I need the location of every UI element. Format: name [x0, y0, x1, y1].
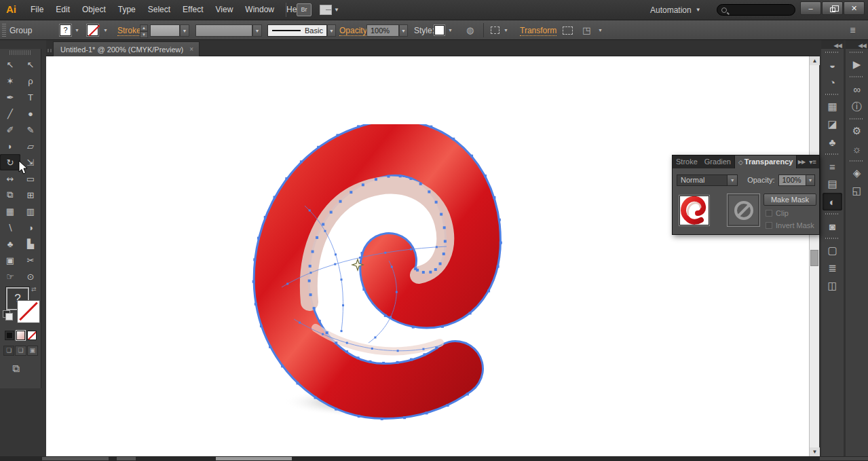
dock-panel-button[interactable]: ▶: [846, 56, 868, 73]
dock-panel-button[interactable]: ≣: [821, 259, 844, 277]
select-similar-icon[interactable]: [491, 26, 499, 34]
dock-panel-button[interactable]: ◒: [821, 56, 844, 73]
scroll-up-icon[interactable]: ▲: [810, 56, 820, 65]
tool-button[interactable]: ⧉: [0, 187, 20, 203]
menu-item[interactable]: Edit: [50, 0, 76, 20]
dock-grip[interactable]: [825, 50, 839, 55]
color-button[interactable]: [5, 331, 14, 340]
scroll-down-icon[interactable]: ▼: [810, 447, 820, 456]
dock-panel-button[interactable]: ◔: [821, 73, 844, 91]
menu-item[interactable]: File: [24, 0, 50, 20]
menu-item[interactable]: Object: [76, 0, 112, 20]
dock-panel-button[interactable]: [825, 151, 839, 157]
panel-tab[interactable]: Transparency: [734, 155, 797, 168]
dock-panel-button[interactable]: ⚙: [846, 122, 868, 140]
width-profile-field[interactable]: [195, 24, 252, 37]
dock-panel-button[interactable]: ⓘ: [846, 98, 868, 115]
dock-panel-button[interactable]: ☼: [846, 140, 868, 158]
vertical-scroll-thumb[interactable]: [810, 250, 818, 266]
tool-button[interactable]: ρ: [20, 73, 41, 89]
opacity-link[interactable]: Opacity:: [339, 26, 369, 36]
brush-definition-field[interactable]: Basic: [267, 24, 327, 37]
dock-panel-button[interactable]: [825, 92, 839, 97]
tool-button[interactable]: ▱: [20, 138, 41, 154]
dock-panel-button[interactable]: ◪: [821, 115, 844, 133]
collapse-dock-icon[interactable]: ◀◀: [858, 42, 866, 49]
dock-panel-button[interactable]: ◐: [823, 193, 842, 210]
collapse-panel-icon[interactable]: ▶▶: [798, 159, 805, 165]
clip-checkbox[interactable]: Clip: [766, 209, 789, 217]
tool-button[interactable]: ↻: [0, 154, 20, 170]
stroke-weight-field[interactable]: [150, 24, 180, 37]
panel-opacity-dropdown-icon[interactable]: ▼: [806, 174, 815, 186]
search-input[interactable]: [717, 4, 795, 16]
tool-button[interactable]: ✐: [0, 122, 20, 138]
dock-panel-button[interactable]: [850, 116, 864, 122]
tool-button[interactable]: ↭: [0, 170, 20, 187]
control-bar-grip[interactable]: [2, 24, 6, 37]
panel-tab[interactable]: Gradien: [701, 155, 734, 168]
artboard-canvas[interactable]: [46, 56, 809, 456]
document-tab[interactable]: Untitled-1* @ 200% (CMYK/Preview) ×: [53, 41, 200, 56]
isolate-mode-dropdown[interactable]: ▼: [596, 27, 605, 34]
draw-normal-icon[interactable]: ❏: [3, 346, 14, 356]
object-thumbnail[interactable]: [679, 196, 709, 225]
default-fill-stroke-icon[interactable]: [3, 310, 10, 318]
invert-mask-checkbox[interactable]: Invert Mask: [766, 221, 814, 229]
dock-panel-button[interactable]: ▤: [821, 175, 844, 193]
none-button[interactable]: [27, 331, 37, 340]
dock-panel-button[interactable]: ▢: [821, 242, 844, 259]
tool-button[interactable]: ∖: [0, 219, 20, 236]
screen-mode-icon[interactable]: ⧉: [12, 363, 41, 375]
toolbox-grip[interactable]: [10, 50, 31, 55]
blend-mode-select[interactable]: Normal: [677, 174, 728, 186]
tool-button[interactable]: ✶: [0, 73, 20, 89]
close-button[interactable]: ✕: [844, 1, 865, 15]
tool-button[interactable]: ▙: [20, 236, 41, 252]
zoom-field[interactable]: [42, 457, 109, 460]
width-profile-dropdown[interactable]: ▼: [252, 24, 262, 37]
artwork-e-logo[interactable]: [240, 124, 525, 456]
opacity-dropdown[interactable]: ▼: [399, 24, 408, 37]
tool-button[interactable]: T: [20, 89, 41, 105]
dock-panel-button[interactable]: [850, 74, 864, 79]
tool-button[interactable]: ⇲: [20, 154, 41, 170]
menu-item[interactable]: Effect: [176, 0, 209, 20]
dock-panel-button[interactable]: ◙: [821, 217, 844, 235]
tool-button[interactable]: ✒: [0, 89, 20, 105]
step-up-icon[interactable]: ▲: [140, 24, 148, 31]
dock-panel-button[interactable]: [850, 158, 864, 164]
fill-color-swatch[interactable]: ?: [60, 24, 71, 36]
tool-button[interactable]: ☞: [0, 268, 20, 284]
panel-opacity-field[interactable]: 100%: [778, 174, 807, 186]
stroke-weight-dropdown[interactable]: ▼: [180, 24, 189, 37]
opacity-field[interactable]: 100%: [366, 24, 399, 37]
panel-flyout-menu-icon[interactable]: ▾≡: [809, 158, 816, 166]
tool-button[interactable]: ▣: [0, 252, 20, 268]
tool-button[interactable]: ↖: [20, 56, 41, 73]
restore-button[interactable]: [822, 1, 843, 15]
tool-button[interactable]: ▭: [20, 170, 41, 187]
dock-panel-button[interactable]: ♣: [821, 133, 844, 151]
tool-button[interactable]: ◗: [0, 138, 20, 154]
isolate-mode-icon[interactable]: ◳: [582, 25, 590, 35]
tool-button[interactable]: ♣: [0, 236, 20, 252]
close-tab-icon[interactable]: ×: [189, 45, 193, 53]
menu-item[interactable]: Type: [112, 0, 142, 20]
blend-mode-dropdown-icon[interactable]: ▼: [728, 174, 738, 186]
dock-panel-button[interactable]: [825, 236, 839, 241]
bridge-button[interactable]: Br: [297, 3, 312, 16]
dock-panel-button[interactable]: ◫: [821, 277, 844, 295]
artboard-nav-field[interactable]: [117, 457, 136, 460]
swap-fill-stroke-icon[interactable]: ⇄: [31, 286, 37, 293]
graphic-style-dropdown[interactable]: ▼: [446, 27, 455, 34]
document-setup-icon[interactable]: ◍: [466, 25, 474, 35]
tool-button[interactable]: ✂: [20, 252, 41, 268]
dock-panel-button[interactable]: ◈: [846, 164, 868, 182]
collapse-dock-icon[interactable]: ◀◀: [833, 42, 842, 49]
make-mask-button[interactable]: Make Mask: [763, 193, 816, 206]
menu-item[interactable]: Select: [142, 0, 176, 20]
tool-button[interactable]: ▥: [20, 203, 41, 219]
minimize-button[interactable]: –: [800, 1, 821, 15]
dock-panel-button[interactable]: ▦: [821, 98, 844, 115]
